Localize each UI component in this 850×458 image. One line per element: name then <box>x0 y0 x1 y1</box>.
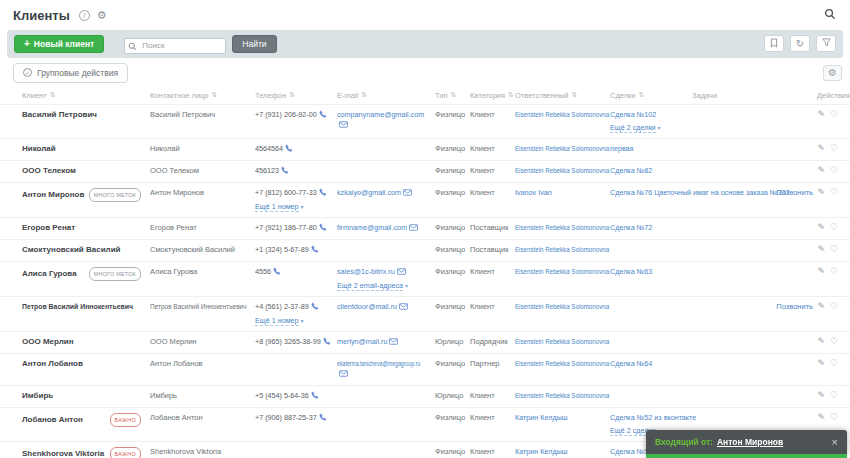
favorite-icon[interactable]: ♡ <box>830 188 838 197</box>
client-name[interactable]: Имбирь <box>22 391 53 401</box>
more-emails-link[interactable]: Ещё 2 email-адреса <box>337 281 403 291</box>
client-name[interactable]: ООО Мерлин <box>22 337 74 347</box>
client-name[interactable]: Смоктуновский Василий <box>22 245 121 255</box>
table-row[interactable]: Петров Василий ИннокентьевичПетров Васил… <box>0 296 850 331</box>
close-icon[interactable]: × <box>832 438 838 447</box>
sort-icon[interactable]: ⇅ <box>50 91 56 99</box>
edit-pencil-icon[interactable]: ✎ <box>817 337 825 346</box>
favorite-icon[interactable]: ♡ <box>830 110 838 119</box>
table-row[interactable]: Смоктуновский ВасилийСмоктуновский Васил… <box>0 239 850 261</box>
table-row[interactable]: ООО МерлинООО Мерлин+8 (965) 3265-38-99m… <box>0 331 850 353</box>
column-header-deals[interactable]: Сделки⇅ <box>610 91 692 100</box>
envelope-icon[interactable] <box>339 121 348 130</box>
sort-icon[interactable]: ⇅ <box>212 91 218 99</box>
email-link[interactable]: kzkaiyo@gmail.com <box>337 188 401 198</box>
phone-icon[interactable] <box>311 246 319 255</box>
column-header-responsible[interactable]: Ответственный⇅ <box>515 91 610 100</box>
responsible-link[interactable]: Eisenstein Rebekka Solomonovna <box>515 337 609 347</box>
responsible-link[interactable]: Eisenstein Rebekka Solomonovna <box>515 223 609 233</box>
edit-pencil-icon[interactable]: ✎ <box>817 413 825 422</box>
responsible-link[interactable]: Eisenstein Rebekka Solomonovna <box>515 166 609 176</box>
phone-icon[interactable] <box>323 338 331 347</box>
email-link[interactable]: firmname@gmail.com <box>337 223 407 233</box>
page-settings-gear-icon[interactable]: ⚙ <box>97 10 107 21</box>
favorite-icon[interactable]: ♡ <box>830 245 838 254</box>
column-header-contact[interactable]: Контактное лицо⇅ <box>150 91 255 100</box>
client-name[interactable]: Антон Лобанов <box>22 359 83 369</box>
column-header-type[interactable]: Тип⇅ <box>435 91 470 100</box>
responsible-link[interactable]: Катрин Келдыш <box>515 413 568 423</box>
client-name[interactable]: Василий Петрович <box>22 110 97 120</box>
table-row[interactable]: Алиса Гуровамного метокАлиса Гурова4556s… <box>0 261 850 296</box>
find-button[interactable]: Найти <box>232 35 276 53</box>
envelope-icon[interactable] <box>389 338 398 347</box>
deal-link[interactable]: первая <box>610 144 634 154</box>
call-task-link[interactable]: Позвонить <box>776 188 813 197</box>
responsible-link[interactable]: Ivanov Ivan <box>515 188 552 198</box>
email-link[interactable]: clientdoor@mail.ru <box>337 302 397 312</box>
column-header-client[interactable]: Клиент⇅ <box>22 91 150 100</box>
email-link[interactable]: companyname@gmail.com <box>337 110 424 120</box>
responsible-link[interactable]: Eisenstein Rebekka Solomonovna <box>515 359 609 369</box>
client-name[interactable]: Shenkhorova Viktoria <box>22 449 104 458</box>
client-name[interactable]: Антон Миронов <box>22 190 84 200</box>
bookmark-button[interactable] <box>764 35 784 52</box>
edit-pencil-icon[interactable]: ✎ <box>817 267 825 276</box>
client-name[interactable]: Николай <box>22 144 56 154</box>
new-client-button[interactable]: + Новый клиент <box>14 35 104 53</box>
client-name[interactable]: Лобанов Антон <box>22 415 83 425</box>
filter-button[interactable] <box>816 35 836 52</box>
edit-pencil-icon[interactable]: ✎ <box>817 391 825 400</box>
favorite-icon[interactable]: ♡ <box>830 144 838 153</box>
deal-link[interactable]: Сделка №102 <box>610 110 656 120</box>
email-link[interactable]: merlyn@mail.ru <box>337 337 387 347</box>
notification-box[interactable]: Входящий от: Антон Миронов × <box>646 430 847 454</box>
deal-link[interactable]: Сделка №82 <box>610 166 652 176</box>
refresh-button[interactable]: ↻ <box>790 35 810 52</box>
group-actions-button[interactable]: ✓ Групповые действия <box>13 63 128 83</box>
column-header-phone[interactable]: Телефон⇅ <box>255 91 337 100</box>
favorite-icon[interactable]: ♡ <box>830 302 838 311</box>
table-row[interactable]: ИмбирьИмбирь+5 (454) 5-64-36ЮрлицоКлиент… <box>0 385 850 407</box>
edit-pencil-icon[interactable]: ✎ <box>817 302 825 311</box>
table-row[interactable]: Егоров РенатЕгоров Ренат+7 (921) 186-77-… <box>0 217 850 239</box>
envelope-icon[interactable] <box>399 303 408 312</box>
envelope-icon[interactable] <box>339 370 348 379</box>
sort-icon[interactable]: ⇅ <box>572 91 578 99</box>
envelope-icon[interactable] <box>409 224 418 233</box>
deal-link[interactable]: Сделка №64 <box>610 359 652 369</box>
deal-link[interactable]: Сделка №63 <box>610 267 652 277</box>
client-name[interactable]: Петров Василий Иннокентьевич <box>22 302 133 312</box>
table-row[interactable]: НиколайНиколай4564564ФизлицоКлиентEisens… <box>0 138 850 160</box>
phone-icon[interactable] <box>311 392 319 401</box>
more-deals-link[interactable]: Ещё 2 сделки <box>610 123 656 133</box>
table-row[interactable]: Антон Мироновмного метокАнтон Миронов+7 … <box>0 182 850 217</box>
edit-pencil-icon[interactable]: ✎ <box>817 223 825 232</box>
client-name[interactable]: Алиса Гурова <box>22 269 77 279</box>
responsible-link[interactable]: Eisenstein Rebekka Solomonovna <box>515 267 609 277</box>
sort-icon[interactable]: ⇅ <box>639 91 645 99</box>
sort-icon[interactable]: ⇅ <box>361 91 367 99</box>
email-link[interactable]: ekaterina.tanicheva@megagroup.ru <box>337 359 420 369</box>
phone-icon[interactable] <box>273 268 281 277</box>
phone-icon[interactable] <box>285 145 293 154</box>
phone-icon[interactable] <box>319 189 327 198</box>
edit-pencil-icon[interactable]: ✎ <box>817 144 825 153</box>
favorite-icon[interactable]: ♡ <box>830 223 838 232</box>
responsible-link[interactable]: Eisenstein Rebekka Solomonovna <box>515 144 609 154</box>
favorite-icon[interactable]: ♡ <box>830 359 838 368</box>
table-row[interactable]: ООО ТелекомООО Телеком456123ФизлицоКлиен… <box>0 160 850 182</box>
column-header-category[interactable]: Категория⇅ <box>470 91 515 100</box>
favorite-icon[interactable]: ♡ <box>830 166 838 175</box>
call-task-link[interactable]: Позвонить <box>776 302 813 311</box>
table-settings-button[interactable]: ⚙ <box>823 65 842 81</box>
table-row[interactable]: Василий ПетровичВасилий Петрович+7 (931)… <box>0 104 850 138</box>
notification-caller-link[interactable]: Антон Миронов <box>717 437 783 447</box>
edit-pencil-icon[interactable]: ✎ <box>817 188 825 197</box>
envelope-icon[interactable] <box>403 189 412 198</box>
deal-link[interactable]: Сделка №52 из вконтакте <box>610 413 696 423</box>
phone-icon[interactable] <box>281 167 289 176</box>
envelope-icon[interactable] <box>397 268 406 277</box>
responsible-link[interactable]: Eisenstein Rebekka Solomonovna <box>515 302 609 312</box>
favorite-icon[interactable]: ♡ <box>830 267 838 276</box>
